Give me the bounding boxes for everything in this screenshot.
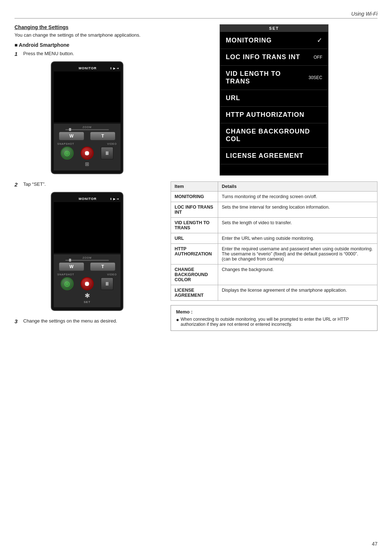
phone2-label: MONITOR — [79, 196, 97, 201]
menu-item-http: HTTP AUTHORIZATION — [220, 107, 328, 123]
step-1-num: 1 — [15, 51, 20, 57]
page-header: Using Wi-Fi — [15, 11, 377, 19]
menu-item-monitoring: MONITORING ✓ — [220, 32, 328, 49]
table-cell-detail: Changes the background. — [218, 264, 377, 285]
pause-icon: ⏸ — [109, 67, 112, 70]
monitoring-check: ✓ — [317, 36, 322, 44]
pause-button[interactable]: ⏸ — [101, 147, 114, 160]
snapshot-video-labels: SNAPSHOT VIDEO — [56, 143, 118, 145]
table-cell-item: LICENSE AGREEMENT — [171, 285, 218, 301]
snapshot-label: SNAPSHOT — [57, 143, 74, 145]
zoom-indicator — [69, 128, 71, 131]
menu-item-url: URL — [220, 90, 328, 107]
memo-box: Memo : ● When connecting to outside moni… — [171, 305, 377, 331]
step-2: 2 Tap “SET”. — [15, 181, 160, 188]
zoom-container: ZOOM — [56, 126, 118, 130]
table-row: MONITORINGTurns monitoring of the record… — [171, 192, 377, 202]
camera-buttons: ◎ ⏺ ⏸ — [56, 147, 118, 160]
arrow-icon: ➜ — [117, 67, 119, 70]
menu-item-monitoring-text: MONITORING — [226, 37, 272, 44]
zoom2-container: ZOOM — [56, 257, 118, 261]
t2-button[interactable]: T — [90, 262, 115, 271]
menu-item-vid-text: VID LENGTH TO TRANS — [226, 70, 306, 85]
step-1-text: Press the MENU button. — [23, 51, 74, 56]
set-menu-header: SET — [220, 25, 328, 32]
col-item-header: Item — [171, 182, 218, 192]
table-cell-detail: Turns monitoring of the recording screen… — [218, 192, 377, 202]
signal2-icon: ▶ — [113, 197, 115, 201]
zoom-label: ZOOM — [56, 126, 118, 128]
step-3-text: Change the settings on the menu as desir… — [23, 318, 117, 324]
table-cell-item: HTTP AUTHORIZATION — [171, 244, 218, 264]
phone2-screen — [54, 202, 121, 253]
pause2-button[interactable]: ⏸ — [101, 277, 114, 290]
table-cell-item: CHANGE BACKGROUND COLOR — [171, 264, 218, 285]
menu-item-license: LICENSE AGREEMENT — [220, 148, 328, 164]
menu-item-vid-length: VID LENGTH TO TRANS 30SEC — [220, 66, 328, 90]
wt-buttons: W T — [56, 132, 118, 140]
table-row: LICENSE AGREEMENTDisplays the license ag… — [171, 285, 377, 301]
subsection-title: Android Smartphone — [15, 42, 160, 48]
table-row: URLEnter the URL when using outside moni… — [171, 233, 377, 244]
step-3: 3 Change the settings on the menu as des… — [15, 318, 160, 324]
table-row: HTTP AUTHORIZATIONEnter the required use… — [171, 244, 377, 264]
phone2-status-icons: ⏸ ▶ ➜ — [109, 197, 119, 201]
left-column: Changing the Settings You can change the… — [15, 24, 160, 331]
zoom2-label: ZOOM — [56, 257, 118, 259]
arrow2-icon: ➜ — [117, 197, 119, 201]
w2-button[interactable]: W — [59, 262, 84, 271]
video-label: VIDEO — [107, 143, 117, 145]
memo-text: When connecting to outside monitoring, y… — [180, 317, 372, 327]
table-cell-detail: Displays the license agreement of the sm… — [218, 285, 377, 301]
step-3-num: 3 — [15, 318, 20, 324]
info-table: Item Details MONITORINGTurns monitoring … — [171, 181, 377, 301]
col-detail-header: Details — [218, 182, 377, 192]
set-button[interactable]: ✱ SET — [84, 292, 91, 304]
phone-mockup-1: MONITOR ⏸ ▶ ➜ ZOOM — [51, 61, 123, 174]
page-number: 47 — [372, 541, 377, 547]
phone1-label: MONITOR — [79, 66, 97, 71]
w-button[interactable]: W — [59, 132, 84, 140]
table-cell-item: MONITORING — [171, 192, 218, 202]
camera2-buttons: ◎ ⏺ ⏸ — [56, 277, 118, 290]
step-2-num: 2 — [15, 181, 20, 188]
step-2-text: Tap “SET”. — [23, 181, 46, 187]
table-cell-item: VID LENGTH TO TRANS — [171, 218, 218, 233]
phone1-bottom: ⊞ — [56, 160, 118, 168]
phone2-bottom: ✱ SET — [56, 290, 118, 305]
snapshot-video2-labels: SNAPSHOT VIDEO — [56, 273, 118, 276]
section-desc: You can change the settings of the smart… — [15, 32, 160, 38]
snapshot2-button[interactable]: ◎ — [61, 277, 74, 290]
table-row: CHANGE BACKGROUND COLORChanges the backg… — [171, 264, 377, 285]
set-text: SET — [84, 300, 91, 304]
table-cell-detail: Enter the URL when using outside monitor… — [218, 233, 377, 244]
memo-item: ● When connecting to outside monitoring,… — [176, 317, 372, 327]
wt2-buttons: W T — [56, 262, 118, 271]
record2-button[interactable]: ⏺ — [81, 277, 94, 290]
phone1-status-icons: ⏸ ▶ ➜ — [109, 67, 119, 70]
grid-icon: ⊞ — [85, 161, 89, 167]
table-row: VID LENGTH TO TRANSSets the length of vi… — [171, 218, 377, 233]
menu-item-license-text: LICENSE AGREEMENT — [226, 152, 303, 160]
snapshot-button[interactable]: ◎ — [61, 147, 74, 160]
table-cell-item: URL — [171, 233, 218, 244]
memo-title: Memo : — [176, 309, 372, 315]
zoom2-bar — [65, 260, 109, 261]
table-cell-item: LOC INFO TRANS INT — [171, 202, 218, 218]
menu-item-url-text: URL — [226, 94, 240, 102]
zoom-bar — [65, 129, 109, 130]
t-button[interactable]: T — [90, 132, 115, 140]
menu-item-loc-text: LOC INFO TRANS INT — [226, 53, 300, 61]
menu-item-bg-text: CHANGE BACKGROUND COL — [226, 128, 322, 143]
section-title: Changing the Settings — [15, 24, 160, 30]
phone2-controls: ZOOM W T SNAPSHOT VIDEO — [54, 254, 121, 307]
memo-bullet: ● — [176, 317, 179, 323]
record-button[interactable]: ⏺ — [81, 147, 94, 160]
phone1-controls: ZOOM W T SNAPSHOT VIDEO — [54, 124, 121, 171]
pause2-icon: ⏸ — [109, 197, 112, 201]
table-cell-detail: Enter the required username and password… — [218, 244, 377, 264]
zoom2-indicator — [69, 259, 71, 262]
table-cell-detail: Sets the length of video to transfer. — [218, 218, 377, 233]
right-column: SET MONITORING ✓ LOC INFO TRANS INT OFF … — [171, 24, 377, 331]
set-menu-screenshot: SET MONITORING ✓ LOC INFO TRANS INT OFF … — [220, 24, 328, 176]
